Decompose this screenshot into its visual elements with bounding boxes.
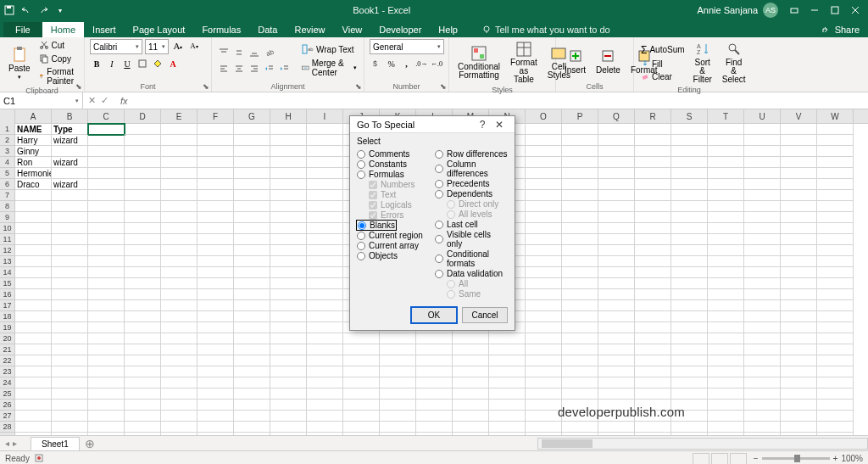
undo-icon[interactable] xyxy=(20,4,32,16)
cell[interactable] xyxy=(562,377,598,389)
cell[interactable] xyxy=(453,377,489,389)
cell[interactable] xyxy=(453,433,489,435)
cell[interactable] xyxy=(817,212,854,223)
cell[interactable] xyxy=(198,135,234,146)
cell[interactable] xyxy=(635,256,671,267)
cell[interactable] xyxy=(671,300,708,311)
cell[interactable] xyxy=(88,267,125,278)
cell[interactable] xyxy=(817,366,854,377)
ribbon-display-icon[interactable] xyxy=(785,2,804,19)
cell[interactable] xyxy=(270,124,307,135)
cell[interactable] xyxy=(526,256,562,267)
column-header[interactable]: O xyxy=(526,109,562,124)
cell[interactable] xyxy=(125,366,161,377)
macro-record-icon[interactable] xyxy=(35,454,43,464)
cell[interactable] xyxy=(161,124,198,135)
align-left-icon[interactable] xyxy=(217,62,231,75)
cell[interactable] xyxy=(635,267,671,278)
cell[interactable] xyxy=(817,267,854,278)
cell[interactable] xyxy=(671,157,708,168)
cell[interactable] xyxy=(15,201,52,212)
cell[interactable] xyxy=(817,223,854,234)
cell[interactable] xyxy=(562,422,598,433)
cell[interactable] xyxy=(198,355,234,366)
clear-button[interactable]: Clear xyxy=(639,71,687,82)
cell[interactable] xyxy=(598,201,635,212)
cell[interactable] xyxy=(52,278,88,289)
cell[interactable] xyxy=(708,366,744,377)
italic-button[interactable]: I xyxy=(105,57,119,70)
cell[interactable] xyxy=(817,344,854,355)
cell[interactable] xyxy=(15,223,52,234)
sheet-tab-sheet1[interactable]: Sheet1 xyxy=(31,437,80,450)
cell[interactable] xyxy=(526,322,562,333)
column-header[interactable]: A xyxy=(15,109,52,124)
cell[interactable] xyxy=(598,234,635,245)
maximize-icon[interactable] xyxy=(826,2,844,19)
cell[interactable] xyxy=(343,422,380,433)
cell[interactable] xyxy=(380,389,416,400)
cell[interactable] xyxy=(52,146,88,157)
cell[interactable] xyxy=(781,422,817,433)
cell[interactable] xyxy=(671,433,708,435)
tell-me-search[interactable]: Tell me what you want to do xyxy=(476,22,615,37)
increase-decimal-icon[interactable]: .0→ xyxy=(415,57,428,70)
cell[interactable] xyxy=(671,289,708,300)
ok-button[interactable]: OK xyxy=(411,307,457,323)
cell[interactable] xyxy=(125,355,161,366)
column-header[interactable]: C xyxy=(88,109,125,124)
cell[interactable] xyxy=(562,245,598,256)
cell[interactable] xyxy=(343,344,380,355)
cell[interactable] xyxy=(817,311,854,322)
cell[interactable] xyxy=(671,355,708,366)
cell[interactable] xyxy=(198,377,234,389)
cell[interactable] xyxy=(817,289,854,300)
cell[interactable] xyxy=(708,389,744,400)
cell[interactable] xyxy=(161,422,198,433)
cell[interactable] xyxy=(88,289,125,300)
row-header[interactable]: 16 xyxy=(0,289,14,300)
cell[interactable] xyxy=(161,179,198,190)
cell[interactable] xyxy=(635,223,671,234)
cell[interactable] xyxy=(744,389,781,400)
row-header[interactable]: 14 xyxy=(0,267,14,278)
row-header[interactable]: 6 xyxy=(0,179,14,190)
opt-conditional-formats[interactable]: Conditional formats xyxy=(435,249,508,268)
column-header[interactable]: E xyxy=(161,109,198,124)
cell[interactable] xyxy=(598,223,635,234)
cell[interactable] xyxy=(526,344,562,355)
cell[interactable] xyxy=(598,135,635,146)
cell[interactable] xyxy=(234,289,270,300)
cell[interactable] xyxy=(781,190,817,201)
zoom-slider[interactable] xyxy=(762,457,830,460)
cell[interactable] xyxy=(453,389,489,400)
cell[interactable] xyxy=(817,245,854,256)
cell[interactable] xyxy=(744,234,781,245)
cell[interactable] xyxy=(526,333,562,344)
cell[interactable] xyxy=(598,311,635,322)
cell[interactable] xyxy=(489,344,526,355)
row-header[interactable]: 4 xyxy=(0,157,14,168)
sheet-prev-icon[interactable]: ◂ xyxy=(5,439,9,448)
cell[interactable] xyxy=(52,201,88,212)
row-header[interactable]: 24 xyxy=(0,377,14,389)
row-header[interactable]: 22 xyxy=(0,355,14,366)
column-header[interactable]: I xyxy=(307,109,343,124)
cell[interactable] xyxy=(744,146,781,157)
cell[interactable] xyxy=(125,333,161,344)
increase-font-icon[interactable]: A▴ xyxy=(171,39,185,53)
cell[interactable] xyxy=(562,355,598,366)
tab-view[interactable]: View xyxy=(334,22,371,37)
cell[interactable] xyxy=(234,433,270,435)
cell[interactable] xyxy=(125,201,161,212)
cell[interactable] xyxy=(489,366,526,377)
minimize-icon[interactable] xyxy=(805,2,824,19)
number-launcher[interactable]: ⬊ xyxy=(440,82,447,91)
cell[interactable] xyxy=(453,400,489,411)
align-bottom-icon[interactable] xyxy=(248,46,261,59)
cell[interactable] xyxy=(817,400,854,411)
row-header[interactable]: 25 xyxy=(0,389,14,400)
cell[interactable] xyxy=(343,433,380,435)
cell[interactable] xyxy=(598,157,635,168)
cell[interactable] xyxy=(671,201,708,212)
